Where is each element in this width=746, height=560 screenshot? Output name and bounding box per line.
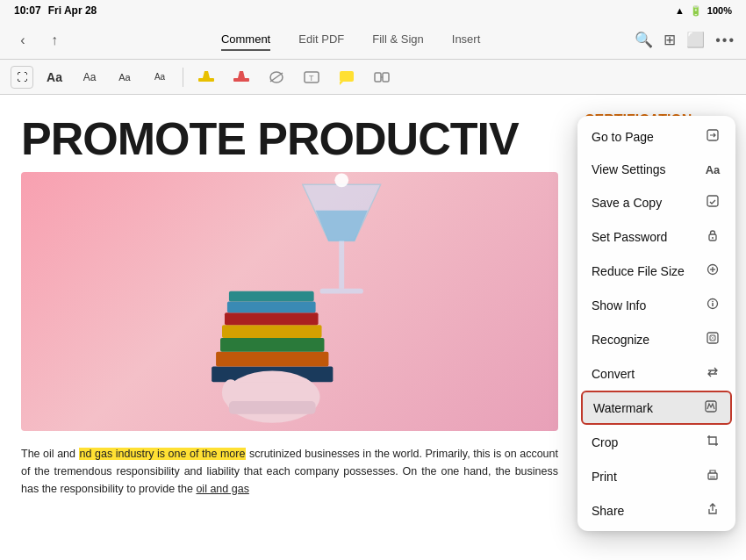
svg-point-21	[334, 173, 348, 187]
watermark-icon	[702, 399, 720, 416]
page-title: PROMOTE PRODUCTIV	[21, 112, 558, 165]
menu-item-crop[interactable]: Crop	[577, 425, 735, 459]
menu-item-setpassword[interactable]: Set Password	[577, 219, 735, 254]
link-tool[interactable]	[368, 65, 396, 90]
battery-icon: 🔋	[690, 5, 702, 17]
strikethrough-tool[interactable]	[262, 65, 291, 90]
highlighted-text: nd gas industry is one of the more	[79, 448, 247, 460]
wifi-icon: ▲	[675, 5, 685, 16]
menu-label-share: Share	[592, 504, 624, 518]
time: 10:07	[14, 4, 41, 17]
setpassword-icon	[704, 228, 721, 245]
menu-item-showinfo[interactable]: Show Info	[577, 288, 735, 322]
promo-image	[21, 172, 558, 431]
font-aa-small[interactable]: Aa	[111, 65, 139, 90]
menu-label-goto: Go to Page	[592, 130, 654, 144]
svg-rect-22	[339, 241, 344, 288]
menu-label-reducefilesize: Reduce File Size	[592, 264, 685, 278]
tab-comment[interactable]: Comment	[221, 29, 270, 51]
menu-item-viewsettings[interactable]: View Settings Aa	[577, 154, 735, 185]
svg-text:T: T	[309, 74, 314, 83]
toolbar: ‹ ↑ Comment Edit PDF Fill & Sign Insert …	[0, 21, 746, 60]
svg-rect-7	[375, 73, 381, 82]
textbox-tool[interactable]: T	[298, 65, 326, 90]
menu-item-reducefilesize[interactable]: Reduce File Size	[577, 254, 735, 288]
font-aa-bold[interactable]: Aa	[40, 65, 68, 90]
menu-label-setpassword: Set Password	[592, 230, 667, 244]
view-icon[interactable]: ⬜	[686, 31, 705, 49]
svg-rect-12	[220, 338, 324, 352]
reducefilesize-icon	[704, 262, 721, 279]
status-bar: 10:07 Fri Apr 28 ▲ 🔋 100%	[0, 0, 746, 21]
svg-rect-20	[229, 401, 316, 414]
svg-rect-1	[233, 78, 249, 82]
print-icon	[704, 468, 721, 485]
goto-icon	[704, 128, 721, 145]
divider-1	[183, 68, 183, 87]
battery-pct: 100%	[707, 5, 732, 16]
svg-rect-6	[340, 71, 354, 82]
menu-item-recognize[interactable]: Recognize	[577, 322, 735, 356]
font-aa-normal[interactable]: Aa	[75, 65, 104, 90]
tab-editpdf[interactable]: Edit PDF	[298, 29, 344, 51]
toolbar-tabs: Comment Edit PDF Fill & Sign Insert	[74, 29, 628, 51]
body-text: The oil and nd gas industry is one of th…	[21, 445, 558, 498]
tab-insert[interactable]: Insert	[452, 29, 481, 51]
share-icon	[704, 502, 721, 519]
menu-label-recognize: Recognize	[592, 333, 649, 347]
pdf-page: PROMOTE PRODUCTIV	[0, 95, 579, 560]
svg-point-33	[712, 301, 714, 303]
annotation-bar: ⛶ Aa Aa Aa Aa T	[0, 60, 746, 95]
menu-item-convert[interactable]: Convert	[577, 356, 735, 391]
svg-rect-0	[198, 78, 214, 82]
date: Fri Apr 28	[48, 4, 97, 17]
convert-icon	[704, 365, 721, 382]
menu-label-viewsettings: View Settings	[592, 162, 666, 176]
grid-icon[interactable]: ⊞	[664, 31, 676, 49]
svg-rect-16	[229, 291, 314, 302]
menu-item-share[interactable]: Share	[577, 493, 735, 528]
menu-item-watermark[interactable]: Watermark	[581, 391, 732, 425]
svg-rect-25	[707, 196, 718, 206]
svg-rect-13	[222, 325, 322, 338]
expand-button[interactable]: ⛶	[11, 66, 33, 89]
share-button[interactable]: ↑	[42, 28, 67, 53]
font-aa-xsmall[interactable]: Aa	[146, 65, 174, 90]
menu-label-showinfo: Show Info	[592, 298, 646, 312]
menu-label-convert: Convert	[592, 367, 635, 381]
dropdown-menu: Go to Page View Settings Aa Save a Copy …	[577, 116, 735, 531]
viewsettings-icon: Aa	[704, 163, 721, 176]
svg-rect-11	[216, 352, 328, 367]
search-icon[interactable]: 🔍	[635, 31, 653, 49]
toolbar-nav: ‹ ↑	[11, 28, 67, 53]
toolbar-actions: 🔍 ⊞ ⬜ •••	[635, 31, 735, 49]
menu-label-crop: Crop	[592, 435, 618, 449]
svg-rect-15	[227, 302, 316, 313]
menu-label-print: Print	[592, 470, 617, 484]
recognize-icon	[704, 331, 721, 348]
showinfo-icon	[704, 297, 721, 313]
crop-icon	[704, 434, 721, 450]
svg-rect-8	[383, 73, 389, 82]
back-button[interactable]: ‹	[11, 28, 35, 53]
menu-item-print[interactable]: Print	[577, 459, 735, 493]
underlined-text: oil and gas	[196, 483, 248, 495]
svg-rect-23	[320, 289, 363, 294]
svg-rect-38	[710, 476, 715, 478]
tab-fillsign[interactable]: Fill & Sign	[372, 29, 424, 51]
note-tool[interactable]	[333, 65, 361, 90]
menu-label-saveacopy: Save a Copy	[592, 196, 662, 210]
menu-label-watermark: Watermark	[593, 401, 653, 415]
menu-item-goto[interactable]: Go to Page	[577, 119, 735, 154]
highlight-tool[interactable]	[192, 65, 220, 90]
svg-rect-18	[229, 382, 316, 404]
main-content: PROMOTE PRODUCTIV	[0, 95, 746, 560]
svg-rect-14	[225, 312, 319, 325]
underline-tool[interactable]	[227, 65, 255, 90]
svg-point-27	[712, 237, 714, 239]
saveacopy-icon	[704, 194, 721, 211]
menu-item-saveacopy[interactable]: Save a Copy	[577, 185, 735, 219]
more-icon[interactable]: •••	[715, 32, 735, 48]
